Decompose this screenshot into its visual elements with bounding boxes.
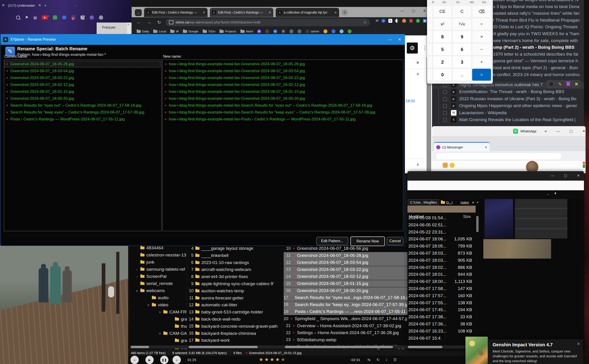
calc-key-÷[interactable]: ÷ bbox=[472, 18, 491, 30]
timer-icon[interactable]: ◔ bbox=[416, 19, 420, 23]
link-title[interactable]: ump (Part 2) - wrath - Boing Boing BBS bbox=[493, 45, 575, 50]
scrollbar[interactable] bbox=[476, 216, 479, 232]
file-row[interactable]: 20✶Springfield _ Simpsons Wik...dom-2024… bbox=[284, 315, 409, 322]
search-extension-icon[interactable]: ⌕ bbox=[382, 19, 385, 23]
expander-icon[interactable]: › bbox=[135, 267, 139, 271]
tag-icon[interactable] bbox=[549, 82, 554, 86]
folder-row[interactable]: 17backyard-work bbox=[187, 337, 284, 344]
maximize-icon[interactable]: ▢ bbox=[569, 129, 573, 133]
bookmark-person-icon[interactable] bbox=[297, 29, 301, 33]
bookmark-g2-icon[interactable]: G bbox=[273, 29, 277, 33]
chevron-up-icon[interactable]: ∧ bbox=[416, 162, 419, 167]
tab-close-icon[interactable]: ✕ bbox=[203, 11, 205, 14]
trash-icon[interactable] bbox=[566, 83, 570, 86]
tree-item[interactable]: grabs bbox=[170, 337, 187, 344]
close-icon[interactable]: ✕ bbox=[582, 129, 585, 133]
bookmark-globe-icon[interactable] bbox=[265, 29, 269, 33]
file-row[interactable]: 16✶Greenshot-2024-06-07_18-00-20.jpg bbox=[284, 287, 409, 294]
tree-item[interactable]: junk bbox=[135, 259, 154, 266]
checkbox[interactable] bbox=[443, 83, 447, 87]
current-name-row[interactable]: ✶Posts ‹ Cedric's Rantings — WordPress-2… bbox=[4, 116, 161, 123]
maximize-icon[interactable]: ▢ bbox=[564, 174, 567, 178]
modified-size-row[interactable]: 2024-06-07 18:02...886 KB bbox=[408, 264, 475, 271]
folder-row[interactable]: 8anet-et4-3d-printer-fixes bbox=[187, 273, 284, 280]
tab-list-dropdown-icon[interactable]: ▾ bbox=[477, 201, 478, 204]
folder-row[interactable]: 12automatic-cat-litter bbox=[187, 301, 284, 308]
new-tab-button[interactable]: + bbox=[341, 9, 348, 16]
tab-underwater[interactable]: (217)-Underwater bbox=[8, 3, 35, 7]
calc-key-0[interactable]: 0 bbox=[433, 69, 452, 81]
bookmark-s-icon[interactable]: S bbox=[281, 29, 285, 33]
current-name-row[interactable]: ✶Greenshot-2024-06-07_18-02-12.jpg bbox=[4, 81, 161, 88]
memory-ms[interactable]: MS bbox=[470, 1, 474, 4]
darkreader-icon[interactable] bbox=[395, 19, 399, 23]
star-icon[interactable]: ★ bbox=[275, 357, 281, 362]
scrollbar[interactable] bbox=[130, 345, 187, 349]
new-name-row[interactable]: ✶how-i-blog-find-things-example-metal-fa… bbox=[163, 68, 402, 74]
checkbox[interactable] bbox=[443, 97, 447, 101]
modified-size-row[interactable]: 2024-06-07 18:01...944 KB bbox=[408, 271, 475, 278]
file-row[interactable]: 21✶Overview – Home Assistant-2024-06-07_… bbox=[284, 322, 409, 329]
bookmark-m-icon[interactable]: M bbox=[257, 29, 261, 33]
minimize-icon[interactable]: — bbox=[556, 129, 560, 133]
current-name-row[interactable]: ✶Search Results for “eyes out” – Cedric'… bbox=[4, 102, 161, 109]
bookmark-tree-item[interactable]: ▸2022 Russian invasion of Ukraine (Part … bbox=[433, 96, 584, 103]
expander-icon[interactable]: ∨ bbox=[158, 310, 161, 314]
tree-item[interactable]: ∨webcams bbox=[135, 287, 165, 294]
folder-row[interactable]: 13baby-groot-510-cartridge-holder bbox=[187, 309, 284, 316]
scrollbar[interactable] bbox=[283, 345, 408, 349]
remove-x-icon[interactable]: ✖ bbox=[575, 82, 578, 87]
audio-icon[interactable]: ♪ bbox=[386, 358, 388, 362]
new-name-row[interactable]: ✶how-i-blog-find-things-example-metal-fa… bbox=[163, 81, 402, 88]
bookmark-folder[interactable]: Local bbox=[153, 30, 166, 33]
page-icon[interactable]: ▤ bbox=[33, 15, 37, 20]
reload-icon[interactable]: ↻ bbox=[157, 20, 161, 25]
bookmark-pencil-icon[interactable] bbox=[323, 29, 328, 33]
tab-search-chevron-icon[interactable]: ⌄ bbox=[135, 9, 142, 16]
modified-size-row[interactable]: 2024-06-05 02:51... bbox=[408, 221, 475, 229]
link-title[interactable]: ID Odds to Lost IQ Points: Ongoing Threa… bbox=[493, 24, 577, 29]
file-row[interactable]: 12✶Greenshot-2024-06-07_18-03-54.jpg bbox=[284, 259, 409, 266]
folder-row[interactable]: 14back-deck-wall-redo bbox=[187, 316, 284, 323]
modified-size-row[interactable]: 2024-05-22 23:31... bbox=[408, 229, 475, 236]
close-icon[interactable]: ✕ bbox=[577, 342, 580, 346]
bookmark-folder[interactable]: Daily bbox=[137, 30, 149, 33]
current-name-row[interactable]: ✶Search Results for “keep eyes” – Cedric… bbox=[4, 109, 161, 116]
file-row[interactable]: 11✶Greenshot-2024-06-07_18-05-28.jpg bbox=[284, 252, 409, 259]
new-name-list[interactable]: ✶how-i-blog-find-things-example-metal-fa… bbox=[162, 59, 403, 231]
calc-key-5[interactable]: 5 bbox=[433, 43, 452, 55]
edit-pattern-button[interactable]: Edit Pattern... bbox=[316, 237, 348, 245]
bookmark-tree-item[interactable]: ▸Ongoing Mpox Happenings and other epide… bbox=[433, 103, 584, 110]
file-row[interactable]: 17✶Search Results for “eyes out...ings-2… bbox=[284, 294, 409, 301]
link-title[interactable]: e conflict. 2023-24 misery and horror co… bbox=[493, 72, 580, 77]
bookmark-folder[interactable]: ToDo bbox=[203, 30, 216, 33]
browser-tab[interactable]: ♙Edit Post ‹ Cedric's Rantings —✕ bbox=[210, 8, 273, 17]
calc-key-=[interactable]: = bbox=[472, 69, 491, 81]
extension-icon[interactable] bbox=[402, 19, 406, 23]
minimize-icon[interactable]: — bbox=[551, 174, 554, 178]
bookmark-tree-item[interactable]: WLacanianism - Wikipedia bbox=[433, 110, 584, 117]
screenshot-thumbnail[interactable] bbox=[485, 199, 513, 238]
new-name-row[interactable]: ✶how-i-blog-find-things-example-metal-fa… bbox=[163, 61, 402, 68]
site-info-icon[interactable] bbox=[169, 20, 174, 24]
calc-key-3[interactable]: 3 bbox=[453, 56, 471, 68]
search-icon[interactable] bbox=[16, 16, 20, 20]
folder-row[interactable]: 7aircraft-watching-webcam bbox=[187, 266, 284, 273]
tab-d-drive[interactable]: D...\ bbox=[446, 200, 453, 204]
minimize-icon[interactable]: — bbox=[388, 38, 392, 42]
tree-item[interactable]: thumbs bbox=[170, 323, 187, 330]
modified-size-row[interactable]: 2024-06-07 17:45...194 KB bbox=[408, 306, 475, 313]
new-name-row[interactable]: ✶how-i-blog-find-things-example-metal-fa… bbox=[163, 88, 402, 95]
current-name-row[interactable]: ✶Greenshot-2024-06-07_18-01-15.jpg bbox=[4, 88, 161, 95]
calc-key-6[interactable]: 6 bbox=[453, 43, 471, 55]
close-icon[interactable]: ✕ bbox=[416, 60, 419, 65]
modified-size-row[interactable]: 2024-06-07 17:38...33 KB bbox=[408, 313, 475, 321]
tab-regfiles[interactable]: C:\Use...\Regfiles bbox=[408, 200, 439, 205]
file-row[interactable]: 10✶Greenshot-2024-06-07_18-06-56.jpg bbox=[284, 245, 409, 252]
browser-tab[interactable]: ♙a collection of tragically hip lyri✕ bbox=[276, 8, 339, 17]
folder-row[interactable]: 62023-01-10-raw rantings bbox=[187, 259, 284, 266]
close-icon[interactable]: ✕ bbox=[2, 3, 5, 7]
url-input[interactable] bbox=[435, 153, 562, 160]
new-name-row[interactable]: ✶how-i-blog-find-things-example-metal-fa… bbox=[163, 116, 402, 123]
close-icon[interactable]: ✕ bbox=[577, 174, 580, 178]
